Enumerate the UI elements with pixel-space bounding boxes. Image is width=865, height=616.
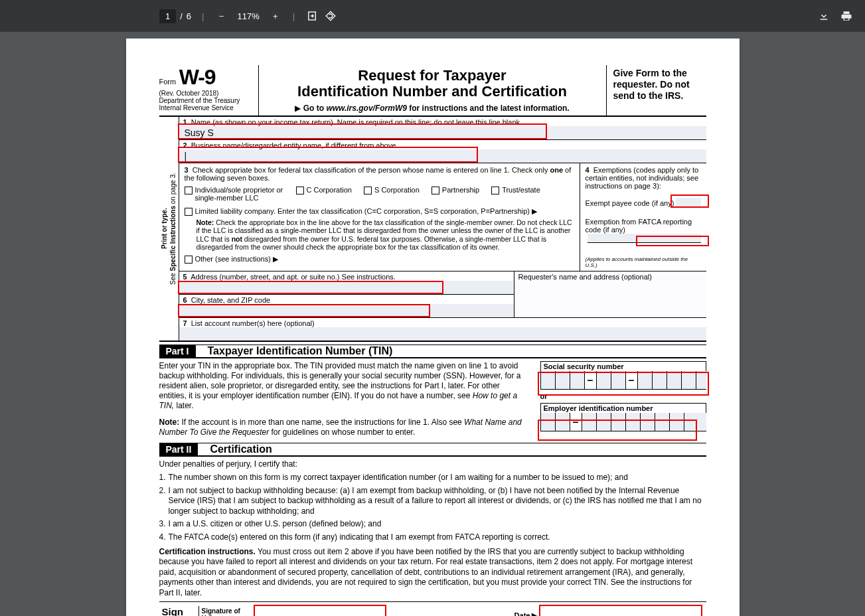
checkbox-trust[interactable]: [491, 187, 499, 194]
line6-label: City, state, and ZIP code: [191, 296, 270, 304]
form-number: W-9: [179, 65, 216, 89]
highlight-box: [178, 123, 547, 139]
page-total: 6: [187, 11, 191, 21]
part1-label: Part I: [159, 345, 196, 357]
part2-label: Part II: [159, 443, 198, 455]
signature-field[interactable]: [255, 606, 495, 617]
rotate-button[interactable]: [324, 9, 337, 23]
fit-page-button[interactable]: [305, 9, 319, 23]
highlight-box: [178, 304, 430, 317]
highlight-box: [636, 236, 709, 246]
ssn-header: Social security number: [540, 361, 706, 372]
checkbox-scorp[interactable]: [364, 187, 372, 194]
form-label: Form: [159, 78, 177, 86]
part1-title: Taxpayer Identification Number (TIN): [208, 345, 393, 357]
date-label: Date ▶: [495, 606, 540, 617]
revision-date: (Rev. October 2018): [159, 90, 258, 97]
pdf-viewport[interactable]: Form W-9 (Rev. October 2018) Department …: [0, 32, 865, 616]
part2-title: Certification: [210, 443, 272, 455]
line4-label: Exemptions (codes apply only to certain …: [586, 166, 699, 190]
checkbox-llc[interactable]: [185, 208, 193, 216]
name-field[interactable]: Susy S: [179, 126, 706, 139]
highlight-box: [670, 194, 709, 208]
page-current-input[interactable]: 1: [159, 9, 176, 23]
download-button[interactable]: [817, 9, 830, 23]
form-title: Request for TaxpayerIdentification Numbe…: [266, 68, 599, 100]
checkbox-other[interactable]: [185, 256, 193, 264]
highlight-box: [538, 372, 709, 396]
cert-preamble: Under penalties of perjury, I certify th…: [159, 459, 706, 470]
pdf-page: Form W-9 (Rev. October 2018) Department …: [126, 38, 740, 616]
signature-label: Signature of U.S. person ▶: [199, 606, 255, 617]
dept-treasury: Department of the Treasury: [159, 97, 258, 104]
cert-instructions: Certification instructions. You must cro…: [159, 547, 706, 602]
sign-here-label: SignHere: [159, 606, 199, 617]
date-field[interactable]: [540, 606, 706, 617]
dept-irs: Internal Revenue Service: [159, 104, 258, 112]
highlight-box: [538, 420, 697, 441]
requester-address-field[interactable]: Requester's name and address (optional): [514, 271, 706, 317]
checkbox-individual[interactable]: [185, 187, 193, 194]
pdf-toolbar: 1 / 6 | − 117% + |: [0, 0, 865, 32]
page-indicator: 1 / 6: [159, 9, 191, 23]
print-button[interactable]: [840, 9, 853, 23]
highlight-box: [178, 147, 478, 163]
line3-label: Check appropriate box for federal tax cl…: [185, 166, 572, 182]
give-form-note: Give Form to the requester. Do not send …: [613, 68, 706, 101]
ein-header: Employer identification number: [540, 403, 706, 414]
line7-label: List account number(s) here (optional): [191, 319, 315, 327]
line5-label: Address (number, street, and apt. or sui…: [191, 273, 396, 281]
checkbox-ccorp[interactable]: [296, 187, 304, 194]
zoom-in-button[interactable]: +: [269, 9, 282, 23]
checkbox-partnership[interactable]: [432, 187, 439, 194]
zoom-level[interactable]: 117%: [233, 11, 263, 21]
cert-list: 1.The number shown on this form is my co…: [159, 473, 706, 543]
account-numbers-field[interactable]: [179, 327, 706, 341]
goto-line: ▶ Go to www.irs.gov/FormW9 for instructi…: [266, 104, 599, 113]
vertical-instructions: Print or type.See Specific Instructions …: [159, 117, 179, 341]
highlight-box: [178, 281, 443, 294]
highlight-box: [254, 605, 386, 617]
business-name-field[interactable]: |: [179, 149, 706, 163]
fatca-note: (Applies to accounts maintained outside …: [586, 256, 701, 268]
zoom-out-button[interactable]: −: [214, 9, 228, 23]
highlight-box: [539, 605, 702, 617]
